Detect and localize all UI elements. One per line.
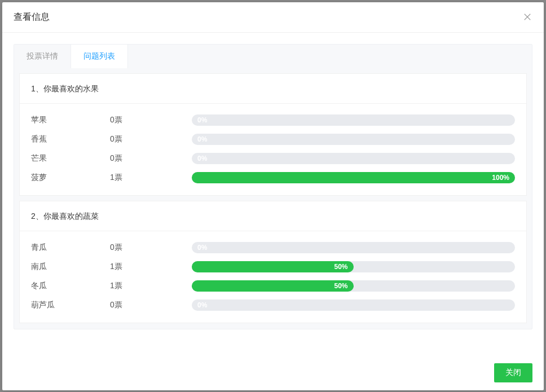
option-row: 青瓜0票0%: [31, 238, 515, 257]
bar-percent-label: 0%: [197, 155, 207, 162]
modal-title: 查看信息: [14, 11, 50, 23]
bar-percent-label: 0%: [197, 244, 207, 252]
options-list: 苹果0票0%香蕉0票0%芒果0票0%菠萝1票100%: [20, 104, 526, 195]
tab-0[interactable]: 投票详情: [14, 45, 71, 68]
option-row: 苹果0票0%: [31, 111, 515, 130]
tab-1[interactable]: 问题列表: [71, 45, 128, 68]
bar-track: 0%: [192, 153, 515, 164]
option-name: 葫芦瓜: [31, 300, 110, 310]
question-card: 2、你最喜欢的蔬菜青瓜0票0%南瓜1票50%冬瓜1票50%葫芦瓜0票0%: [19, 201, 527, 323]
option-count: 1票: [110, 281, 192, 291]
option-bar: 0%: [192, 242, 515, 253]
bar-track: 0%: [192, 299, 515, 311]
option-count: 1票: [110, 262, 192, 272]
bar-fill: 50%: [192, 261, 354, 272]
bar-track: 100%: [192, 172, 515, 183]
option-count: 0票: [110, 153, 192, 164]
bar-percent-label: 0%: [197, 135, 207, 143]
option-count: 0票: [110, 243, 192, 253]
option-row: 南瓜1票50%: [31, 257, 515, 276]
question-title: 1、你最喜欢的水果: [20, 74, 526, 104]
questions-container: 1、你最喜欢的水果苹果0票0%香蕉0票0%芒果0票0%菠萝1票100%2、你最喜…: [14, 73, 532, 323]
option-name: 香蕉: [31, 134, 110, 144]
bar-track: 0%: [192, 114, 515, 126]
modal-body: 投票详情问题列表 1、你最喜欢的水果苹果0票0%香蕉0票0%芒果0票0%菠萝1票…: [2, 33, 544, 355]
option-name: 苹果: [31, 115, 110, 125]
option-bar: 0%: [192, 153, 515, 164]
option-count: 0票: [110, 300, 192, 310]
modal-footer: 关闭: [2, 355, 544, 390]
question-card: 1、你最喜欢的水果苹果0票0%香蕉0票0%芒果0票0%菠萝1票100%: [19, 73, 527, 196]
option-bar: 50%: [192, 261, 515, 272]
option-name: 菠萝: [31, 173, 110, 183]
bar-percent-label: 50%: [334, 282, 347, 290]
close-icon[interactable]: [522, 12, 532, 22]
bar-percent-label: 100%: [492, 174, 509, 182]
option-row: 芒果0票0%: [31, 149, 515, 168]
option-name: 青瓜: [31, 243, 110, 253]
option-row: 葫芦瓜0票0%: [31, 296, 515, 315]
tabs: 投票详情问题列表: [14, 45, 532, 68]
bar-track: 0%: [192, 242, 515, 253]
option-name: 芒果: [31, 153, 110, 164]
option-count: 0票: [110, 134, 192, 144]
bar-percent-label: 50%: [334, 263, 347, 271]
option-bar: 100%: [192, 172, 515, 183]
option-bar: 0%: [192, 134, 515, 145]
question-title: 2、你最喜欢的蔬菜: [20, 201, 526, 231]
option-name: 冬瓜: [31, 281, 110, 291]
content-wrap: 投票详情问题列表 1、你最喜欢的水果苹果0票0%香蕉0票0%芒果0票0%菠萝1票…: [14, 44, 532, 329]
option-bar: 0%: [192, 299, 515, 311]
bar-percent-label: 0%: [197, 116, 207, 124]
bar-track: 50%: [192, 280, 515, 292]
bar-fill: 100%: [192, 172, 515, 183]
modal-dialog: 查看信息 投票详情问题列表 1、你最喜欢的水果苹果0票0%香蕉0票0%芒果0票0…: [2, 2, 544, 390]
option-count: 0票: [110, 115, 192, 125]
option-bar: 0%: [192, 114, 515, 126]
option-row: 香蕉0票0%: [31, 130, 515, 149]
bar-track: 0%: [192, 134, 515, 145]
option-row: 冬瓜1票50%: [31, 276, 515, 296]
bar-track: 50%: [192, 261, 515, 272]
bar-percent-label: 0%: [197, 301, 207, 309]
option-row: 菠萝1票100%: [31, 168, 515, 187]
modal-header: 查看信息: [2, 2, 544, 33]
option-name: 南瓜: [31, 262, 110, 272]
option-count: 1票: [110, 173, 192, 183]
option-bar: 50%: [192, 280, 515, 292]
bar-fill: 50%: [192, 280, 354, 292]
close-button[interactable]: 关闭: [494, 363, 532, 382]
options-list: 青瓜0票0%南瓜1票50%冬瓜1票50%葫芦瓜0票0%: [20, 231, 526, 323]
